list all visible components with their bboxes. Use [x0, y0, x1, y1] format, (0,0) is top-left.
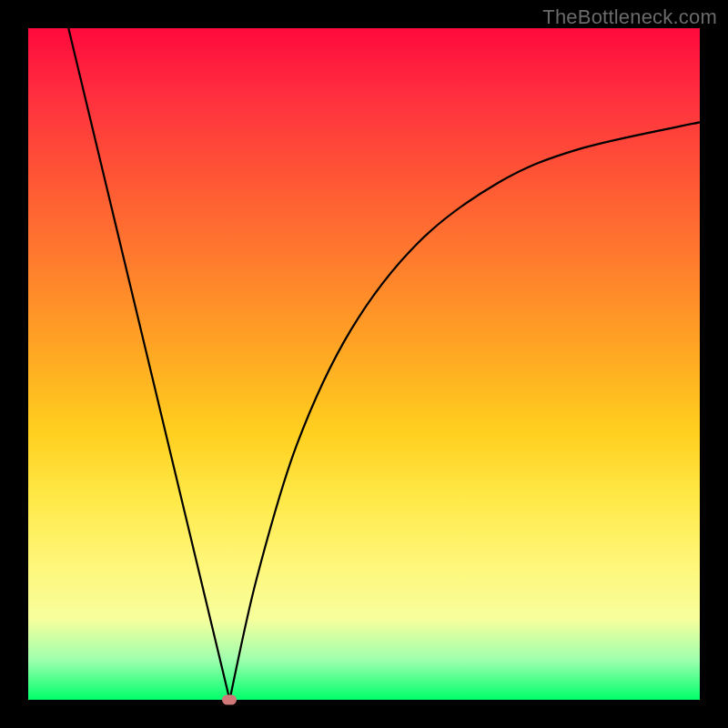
curve-path — [68, 28, 700, 700]
watermark-text: TheBottleneck.com — [542, 5, 717, 29]
plot-area — [28, 28, 700, 700]
bottleneck-curve — [28, 28, 700, 700]
optimum-marker — [222, 695, 237, 705]
chart-frame: TheBottleneck.com — [0, 0, 728, 728]
